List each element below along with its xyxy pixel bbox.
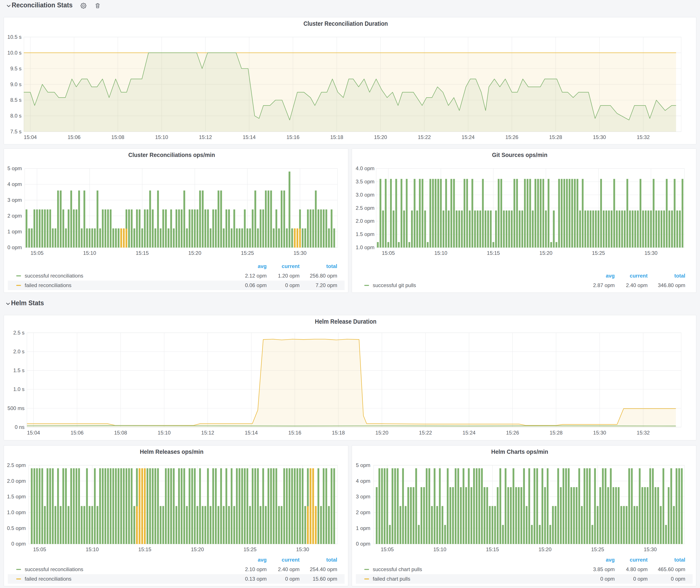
svg-text:2.12 opm: 2.12 opm: [245, 273, 267, 279]
svg-text:0 opm: 0 opm: [600, 576, 615, 582]
svg-text:4 opm: 4 opm: [356, 478, 370, 484]
svg-text:0.06 opm: 0.06 opm: [245, 282, 267, 288]
svg-text:current: current: [630, 273, 648, 279]
svg-text:1.0 s: 1.0 s: [13, 386, 24, 392]
svg-text:15:15: 15:15: [486, 546, 499, 552]
svg-text:15:20: 15:20: [539, 546, 552, 552]
svg-text:15:05: 15:05: [31, 250, 44, 256]
svg-text:avg: avg: [258, 263, 267, 269]
svg-text:15:10: 15:10: [83, 250, 96, 256]
svg-text:15:04: 15:04: [27, 430, 40, 436]
svg-text:254.40 opm: 254.40 opm: [310, 566, 337, 572]
svg-text:10.0 s: 10.0 s: [7, 50, 21, 56]
svg-text:15:30: 15:30: [296, 546, 309, 552]
svg-text:15:20: 15:20: [191, 546, 204, 552]
svg-text:3.5 opm: 3.5 opm: [356, 179, 374, 184]
svg-text:15:16: 15:16: [286, 134, 299, 140]
svg-text:0 opm: 0 opm: [633, 576, 648, 582]
svg-text:15:15: 15:15: [487, 250, 500, 256]
svg-text:2.10 opm: 2.10 opm: [245, 566, 267, 572]
svg-text:8.0 s: 8.0 s: [10, 113, 21, 119]
svg-text:avg: avg: [606, 557, 615, 563]
svg-text:1.0 opm: 1.0 opm: [7, 509, 26, 515]
svg-text:15:32: 15:32: [637, 134, 650, 140]
svg-text:15:25: 15:25: [592, 250, 605, 256]
svg-text:2 opm: 2 opm: [7, 213, 22, 219]
svg-text:1.5 opm: 1.5 opm: [7, 494, 26, 499]
svg-text:0.13 opm: 0.13 opm: [245, 576, 267, 582]
svg-text:failed reconciliations: failed reconciliations: [25, 282, 71, 288]
svg-text:5 opm: 5 opm: [356, 462, 370, 468]
svg-text:2.5 s: 2.5 s: [13, 330, 24, 336]
svg-text:15:05: 15:05: [33, 546, 46, 552]
svg-text:15:28: 15:28: [549, 134, 562, 140]
svg-text:9.5 s: 9.5 s: [10, 66, 21, 71]
svg-text:15:05: 15:05: [382, 250, 395, 256]
svg-text:15:20: 15:20: [188, 250, 201, 256]
svg-text:1.0 opm: 1.0 opm: [356, 244, 374, 250]
svg-text:15:26: 15:26: [505, 134, 518, 140]
svg-text:2.40 opm: 2.40 opm: [626, 282, 648, 288]
svg-text:current: current: [282, 557, 300, 563]
svg-text:2.0 s: 2.0 s: [13, 349, 24, 354]
svg-text:1 opm: 1 opm: [356, 525, 370, 531]
svg-text:current: current: [630, 557, 648, 563]
svg-text:avg: avg: [258, 557, 267, 563]
svg-text:15:14: 15:14: [243, 134, 256, 140]
svg-text:15:20: 15:20: [374, 134, 387, 140]
svg-text:3 opm: 3 opm: [7, 197, 22, 203]
svg-text:15:05: 15:05: [381, 546, 394, 552]
svg-text:2.5 opm: 2.5 opm: [7, 462, 26, 468]
svg-text:15:10: 15:10: [86, 546, 99, 552]
svg-text:1.20 opm: 1.20 opm: [278, 273, 300, 279]
svg-text:15:20: 15:20: [375, 430, 388, 436]
svg-text:15:10: 15:10: [434, 250, 447, 256]
svg-text:1.5 opm: 1.5 opm: [356, 231, 374, 237]
svg-text:2 opm: 2 opm: [356, 509, 370, 515]
svg-text:2.0 opm: 2.0 opm: [356, 218, 374, 224]
svg-text:15:16: 15:16: [288, 430, 301, 436]
svg-text:15:08: 15:08: [111, 134, 124, 140]
svg-text:0 opm: 0 opm: [285, 576, 300, 582]
svg-text:2.40 opm: 2.40 opm: [278, 566, 300, 572]
svg-text:15:08: 15:08: [114, 430, 127, 436]
svg-text:15:24: 15:24: [463, 430, 476, 436]
svg-text:successful reconciliations: successful reconciliations: [25, 566, 83, 572]
svg-text:15:26: 15:26: [506, 430, 519, 436]
svg-text:2.87 opm: 2.87 opm: [593, 282, 615, 288]
svg-text:15:10: 15:10: [155, 134, 168, 140]
svg-text:0 ns: 0 ns: [15, 424, 24, 430]
svg-text:total: total: [326, 263, 337, 269]
svg-text:15:28: 15:28: [550, 430, 563, 436]
svg-text:total: total: [674, 557, 685, 563]
svg-text:15:15: 15:15: [136, 250, 149, 256]
svg-text:15:04: 15:04: [24, 134, 37, 140]
svg-text:successful reconciliations: successful reconciliations: [25, 273, 83, 279]
svg-text:2.5 opm: 2.5 opm: [356, 205, 374, 211]
svg-text:failed chart pulls: failed chart pulls: [373, 576, 410, 582]
svg-text:1 opm: 1 opm: [7, 229, 22, 234]
svg-text:15:24: 15:24: [462, 134, 475, 140]
svg-text:15:30: 15:30: [593, 134, 606, 140]
svg-text:0 opm: 0 opm: [285, 282, 300, 288]
svg-text:total: total: [674, 273, 685, 279]
svg-text:10.5 s: 10.5 s: [7, 34, 21, 40]
svg-text:0 opm: 0 opm: [356, 541, 370, 547]
svg-text:3.0 opm: 3.0 opm: [356, 192, 374, 198]
svg-text:0 opm: 0 opm: [7, 244, 22, 250]
svg-text:15:30: 15:30: [644, 546, 657, 552]
svg-text:15:22: 15:22: [419, 430, 432, 436]
svg-text:15:22: 15:22: [418, 134, 431, 140]
svg-text:total: total: [326, 557, 337, 563]
svg-text:465.60 opm: 465.60 opm: [658, 566, 685, 572]
svg-text:346.80 opm: 346.80 opm: [658, 282, 685, 288]
svg-text:15:12: 15:12: [201, 430, 214, 436]
svg-text:successful chart pulls: successful chart pulls: [373, 566, 422, 572]
svg-text:15.60 opm: 15.60 opm: [313, 576, 337, 582]
svg-text:4.80 opm: 4.80 opm: [626, 566, 648, 572]
svg-text:0.5 opm: 0.5 opm: [7, 525, 26, 531]
svg-text:15:30: 15:30: [294, 250, 306, 256]
svg-text:15:25: 15:25: [591, 546, 604, 552]
svg-text:9.0 s: 9.0 s: [10, 81, 21, 87]
svg-text:256.80 opm: 256.80 opm: [310, 273, 337, 279]
